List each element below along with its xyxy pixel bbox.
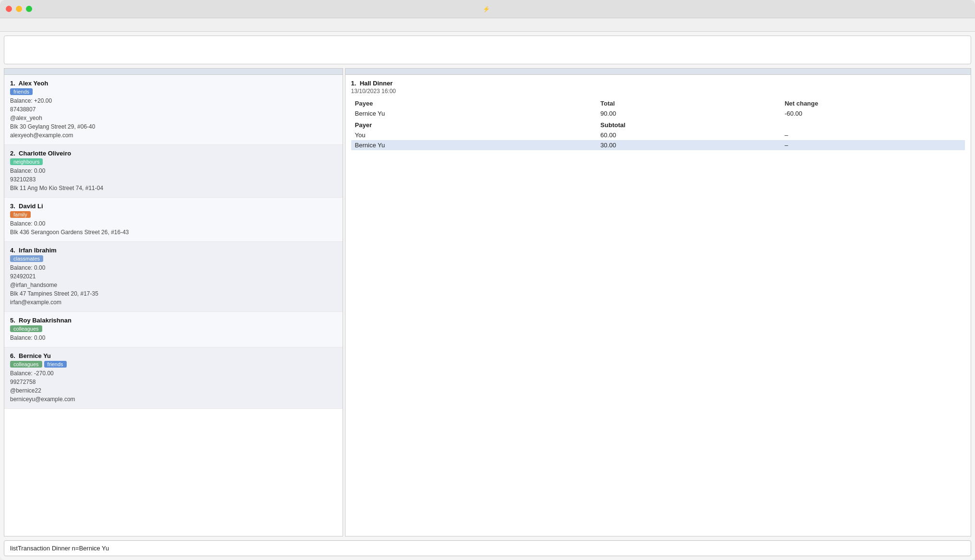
person-name: 5. Roy Balakrishnan [10, 317, 337, 324]
payer-netchange-cell: – [781, 140, 965, 150]
subtotal-header-cell: Subtotal [596, 119, 781, 130]
table-row: Bernice Yu 90.00 -60.00 [351, 108, 965, 119]
col-total: Total [596, 98, 781, 108]
payee-cell: Bernice Yu [351, 108, 597, 119]
window-title: ⚡ [483, 6, 492, 12]
table-row: Bernice Yu 30.00 – [351, 140, 965, 150]
netchange-cell: -60.00 [781, 108, 965, 119]
tag-family: family [10, 211, 31, 218]
tag-container: friends [10, 88, 337, 95]
command-input[interactable] [4, 540, 971, 556]
titlebar: ⚡ [0, 0, 975, 18]
persons-panel-header [4, 69, 343, 75]
payer-name-cell: Bernice Yu [351, 140, 597, 150]
tag-colleagues: colleagues [10, 361, 42, 368]
person-balance: Balance: 0.00 [10, 219, 337, 228]
person-balance: Balance: +20.00 [10, 96, 337, 105]
person-address: Blk 11 Ang Mo Kio Street 74, #11-04 [10, 184, 337, 192]
person-phone: 93210283 [10, 175, 337, 184]
person-address: Blk 30 Geylang Street 29, #06-40 [10, 122, 337, 131]
subtotal-cell: 60.00 [596, 130, 781, 140]
list-item[interactable]: 3. David Li family Balance: 0.00Blk 436 … [4, 198, 343, 242]
table-row: You 60.00 – [351, 130, 965, 140]
maximize-button[interactable] [26, 6, 32, 12]
command-bar [4, 540, 971, 556]
person-email: irfan@example.com [10, 298, 337, 307]
list-item[interactable]: 2. Charlotte Oliveiro neighbours Balance… [4, 145, 343, 198]
payer-name-cell: You [351, 130, 597, 140]
list-item[interactable]: 5. Roy Balakrishnan colleagues Balance: … [4, 312, 343, 347]
person-name: 2. Charlotte Oliveiro [10, 150, 337, 157]
person-address: Blk 436 Serangoon Gardens Street 26, #16… [10, 228, 337, 237]
menu-bar [0, 18, 975, 32]
person-balance: Balance: 0.00 [10, 263, 337, 272]
person-phone: 87438807 [10, 105, 337, 114]
payer-header-cell: Payer [351, 119, 597, 130]
person-email: alexyeoh@example.com [10, 131, 337, 140]
person-balance: Balance: 0.00 [10, 167, 337, 175]
person-phone: 92492021 [10, 272, 337, 281]
transaction-title: 1. Hall Dinner [351, 80, 965, 87]
tag-neighbours: neighbours [10, 158, 43, 165]
list-item[interactable]: 6. Bernice Yu colleaguesfriends Balance:… [4, 347, 343, 409]
close-button[interactable] [6, 6, 12, 12]
person-handle: @irfan_handsome [10, 281, 337, 289]
person-balance: Balance: 0.00 [10, 334, 337, 342]
tag-container: colleagues [10, 325, 337, 332]
person-handle: @alex_yeoh [10, 114, 337, 122]
persons-list: 1. Alex Yeoh friends Balance: +20.008743… [4, 75, 343, 536]
subtotal-cell: 30.00 [596, 140, 781, 150]
person-name: 6. Bernice Yu [10, 352, 337, 359]
transaction-table: Payee Total Net change Bernice Yu 90.00 … [351, 98, 965, 150]
blank-cell [781, 119, 965, 130]
tag-friends: friends [44, 361, 67, 368]
tag-colleagues: colleagues [10, 325, 42, 332]
person-balance: Balance: -270.00 [10, 369, 337, 378]
person-name: 4. Irfan Ibrahim [10, 247, 337, 254]
transactions-list: 1. Hall Dinner 13/10/2023 16:00 Payee To… [345, 75, 971, 536]
menu-file[interactable] [4, 24, 13, 26]
transactions-panel-header [345, 69, 971, 75]
persons-panel: 1. Alex Yeoh friends Balance: +20.008743… [4, 68, 343, 536]
person-phone: 99272758 [10, 378, 337, 386]
status-bar [4, 36, 971, 64]
app-window: ⚡ 1. Alex Yeoh friends Balance: +20.0087… [0, 0, 975, 560]
list-item[interactable]: 1. Alex Yeoh friends Balance: +20.008743… [4, 75, 343, 145]
table-header-row: Payee Total Net change [351, 98, 965, 108]
col-netchange: Net change [781, 98, 965, 108]
person-email: berniceyu@example.com [10, 395, 337, 404]
person-address: Blk 47 Tampines Street 20, #17-35 [10, 289, 337, 298]
tag-container: colleaguesfriends [10, 361, 337, 368]
tag-container: family [10, 211, 337, 218]
app-icon: ⚡ [483, 6, 490, 12]
traffic-lights [6, 6, 32, 12]
total-cell: 90.00 [596, 108, 781, 119]
payer-netchange-cell: – [781, 130, 965, 140]
payer-header-row: Payer Subtotal [351, 119, 965, 130]
list-item[interactable]: 4. Irfan Ibrahim classmates Balance: 0.0… [4, 242, 343, 312]
tag-container: neighbours [10, 158, 337, 165]
menu-help[interactable] [13, 24, 23, 26]
col-payee: Payee [351, 98, 597, 108]
tag-classmates: classmates [10, 255, 43, 262]
person-name: 3. David Li [10, 203, 337, 210]
person-handle: @bernice22 [10, 386, 337, 395]
person-name: 1. Alex Yeoh [10, 80, 337, 87]
tag-container: classmates [10, 255, 337, 262]
main-content: 1. Alex Yeoh friends Balance: +20.008743… [4, 68, 971, 536]
transaction-date: 13/10/2023 16:00 [351, 88, 965, 95]
transaction-item: 1. Hall Dinner 13/10/2023 16:00 Payee To… [345, 75, 971, 155]
transactions-panel: 1. Hall Dinner 13/10/2023 16:00 Payee To… [345, 68, 971, 536]
tag-friends: friends [10, 88, 33, 95]
minimize-button[interactable] [16, 6, 22, 12]
